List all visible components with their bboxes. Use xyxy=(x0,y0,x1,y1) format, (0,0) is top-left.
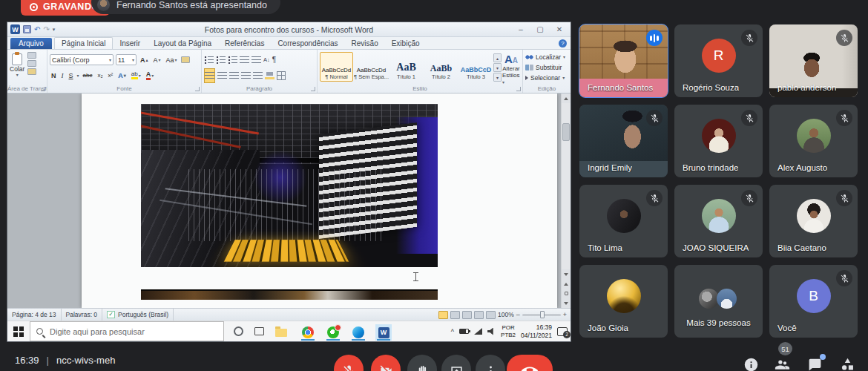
network-icon[interactable] xyxy=(474,328,482,335)
align-center-button[interactable] xyxy=(217,71,227,79)
italic-button[interactable]: I xyxy=(60,71,65,80)
styles-gallery-expand[interactable]: ▾ xyxy=(493,73,502,82)
close-button[interactable]: ✕ xyxy=(550,22,569,36)
show-marks-button[interactable]: ¶ xyxy=(272,56,276,64)
next-page-button[interactable] xyxy=(562,298,571,308)
change-case-button[interactable]: Aa▾ xyxy=(165,56,179,65)
paragraph-dialog-launcher[interactable] xyxy=(311,87,315,91)
numbered-list-button[interactable] xyxy=(216,56,226,64)
tab-referencias[interactable]: Referências xyxy=(218,38,271,49)
change-styles-button[interactable]: AA Alterar Estilos ▾ xyxy=(502,52,520,85)
draft-view-button[interactable] xyxy=(486,311,496,319)
find-button[interactable]: Localizar ▾ xyxy=(525,52,568,62)
help-icon[interactable]: ? xyxy=(559,39,567,47)
line-spacing-button[interactable] xyxy=(253,71,263,79)
participant-tile-joao-gioia[interactable]: João Gioia xyxy=(579,265,668,338)
zoom-level[interactable]: 100% xyxy=(498,311,514,318)
qat-dropdown-icon[interactable]: ▾ xyxy=(53,27,56,33)
select-button[interactable]: Selecionar ▾ xyxy=(525,73,568,83)
paste-button[interactable]: Colar ▾ xyxy=(10,52,24,77)
bold-button[interactable]: N xyxy=(50,71,58,80)
participant-tile-alex[interactable]: Alex Augusto xyxy=(769,105,858,177)
camera-toggle-button[interactable] xyxy=(371,355,401,371)
bullet-list-button[interactable] xyxy=(204,56,214,64)
start-button[interactable] xyxy=(13,326,24,337)
participant-tile-bruno[interactable]: Bruno trindade xyxy=(674,105,763,177)
file-explorer-icon[interactable] xyxy=(273,324,289,341)
scrollbar-thumb[interactable] xyxy=(562,123,570,141)
clock[interactable]: 16:39 04/11/2021 xyxy=(521,324,552,338)
tab-inserir[interactable]: Inserir xyxy=(113,38,147,49)
tab-revisao[interactable]: Revisão xyxy=(345,38,385,49)
scroll-down-button[interactable] xyxy=(562,269,571,279)
more-options-button[interactable] xyxy=(476,355,505,371)
style-sem-espaco[interactable]: AaBbCcDd ¶ Sem Espa... xyxy=(355,52,388,82)
minimize-button[interactable]: – xyxy=(511,22,530,36)
style-titulo-3[interactable]: AaBbCcD Título 3 xyxy=(459,52,493,82)
font-dialog-launcher[interactable] xyxy=(195,87,200,91)
document-page[interactable] xyxy=(82,93,557,308)
sort-button[interactable]: A↓ xyxy=(263,56,270,63)
participant-tile-joao-siqueira[interactable]: JOAO SIQUEIRA xyxy=(674,185,763,257)
style-titulo-2[interactable]: AaBb Título 2 xyxy=(424,52,458,82)
tab-correspondencias[interactable]: Correspondências xyxy=(271,38,344,49)
align-right-button[interactable] xyxy=(229,71,239,79)
save-icon[interactable] xyxy=(23,25,31,33)
underline-button[interactable]: S xyxy=(68,71,75,80)
mic-toggle-button[interactable] xyxy=(334,355,364,371)
participant-tile-overflow[interactable]: Mais 39 pessoas xyxy=(674,265,763,338)
whatsapp-icon[interactable] xyxy=(325,324,341,341)
document-area[interactable] xyxy=(7,93,571,308)
clear-formatting-button[interactable] xyxy=(181,56,190,63)
activities-icon[interactable] xyxy=(840,357,858,371)
language-indicator[interactable]: ✓ Português (Brasil) xyxy=(102,309,174,321)
word-logo-icon[interactable]: W xyxy=(10,24,20,34)
subscript-button[interactable]: x₂ xyxy=(96,71,104,79)
present-button[interactable] xyxy=(441,355,471,371)
borders-button[interactable] xyxy=(277,71,286,80)
participant-tile-fernando[interactable]: Fernando Santos xyxy=(579,24,668,97)
font-size-select[interactable]: 11 ▾ xyxy=(116,54,137,65)
volume-icon[interactable] xyxy=(487,328,496,335)
meeting-details-icon[interactable] xyxy=(743,357,761,371)
tab-layout[interactable]: Layout da Página xyxy=(147,38,218,49)
multilevel-list-button[interactable] xyxy=(228,56,237,64)
increase-indent-button[interactable] xyxy=(251,56,261,64)
superscript-button[interactable]: x² xyxy=(107,71,115,79)
font-name-select[interactable]: Calibri (Corp ▾ xyxy=(50,54,114,65)
align-left-button[interactable] xyxy=(204,68,215,83)
cortana-icon[interactable] xyxy=(234,326,243,336)
vertical-scrollbar[interactable] xyxy=(561,93,571,308)
styles-scroll-up[interactable]: ▴ xyxy=(493,53,502,62)
word-taskbar-icon[interactable]: W xyxy=(375,324,392,341)
tab-exibicao[interactable]: Exibição xyxy=(385,38,427,49)
cut-button[interactable] xyxy=(27,52,36,59)
style-normal[interactable]: AaBbCcDd ¶ Normal xyxy=(320,52,353,82)
document-photo-warehouse[interactable] xyxy=(141,104,438,267)
format-painter-button[interactable] xyxy=(27,68,36,75)
clipboard-dialog-launcher[interactable] xyxy=(41,87,45,91)
chrome-icon[interactable] xyxy=(300,324,316,341)
shading-button[interactable] xyxy=(265,71,274,79)
text-effects-button[interactable]: A▾ xyxy=(116,71,128,80)
participant-tile-pablo[interactable]: pablo anderson xyxy=(769,24,858,97)
decrease-indent-button[interactable] xyxy=(240,56,249,64)
redo-icon[interactable]: ↷ xyxy=(43,26,49,33)
web-layout-view-button[interactable] xyxy=(462,311,472,319)
participant-tile-tito[interactable]: Tito Lima xyxy=(579,185,668,257)
style-titulo-1[interactable]: AaB Título 1 xyxy=(389,52,423,82)
battery-icon[interactable] xyxy=(459,329,469,334)
copy-button[interactable] xyxy=(27,60,36,67)
participants-icon[interactable] xyxy=(775,357,792,371)
language-tray[interactable]: POR PTB2 xyxy=(501,324,516,338)
outline-view-button[interactable] xyxy=(474,311,484,319)
zoom-in-button[interactable]: + xyxy=(563,311,567,318)
zoom-slider[interactable] xyxy=(522,314,561,316)
document-photo-partial[interactable] xyxy=(141,289,438,300)
taskbar-search[interactable] xyxy=(30,321,224,341)
action-center-icon[interactable]: 2 xyxy=(557,327,568,336)
fullscreen-view-button[interactable] xyxy=(450,311,460,319)
styles-dialog-launcher[interactable] xyxy=(516,87,521,91)
tab-arquivo[interactable]: Arquivo xyxy=(10,38,52,49)
highlight-button[interactable]: ab▾ xyxy=(130,70,142,80)
